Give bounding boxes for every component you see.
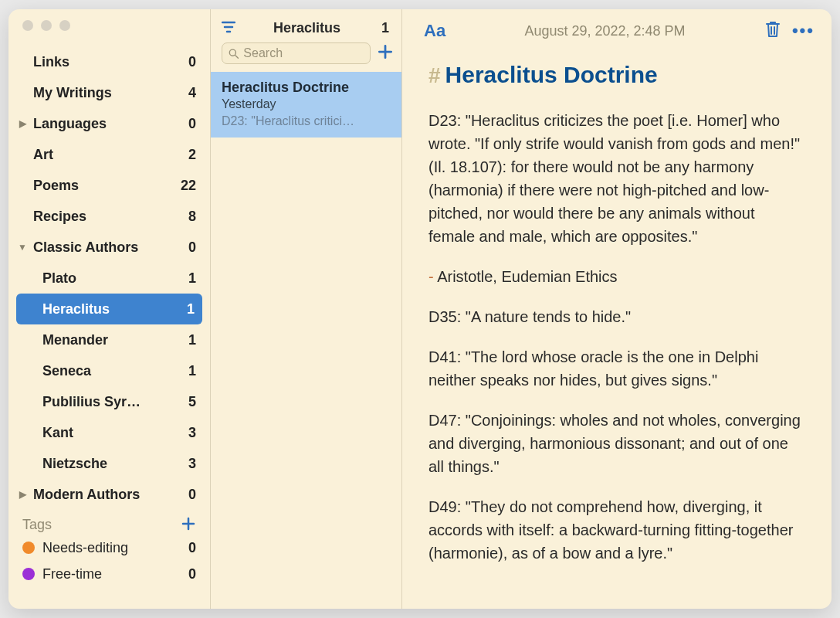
sidebar-item-count: 1 — [179, 332, 196, 348]
svg-point-0 — [229, 49, 235, 56]
note-list-pane: Heraclitus 1 Heraclitus DoctrineYesterda… — [211, 9, 402, 609]
sidebar-item-poems[interactable]: Poems22 — [8, 170, 210, 201]
sidebar-item-count: 1 — [179, 270, 196, 287]
plus-icon — [181, 516, 196, 531]
tags-header: Tags — [8, 510, 210, 535]
note-paragraph: - Aristotle, Eudemian Ethics — [428, 265, 805, 288]
sidebar-item-label: Seneca — [42, 363, 179, 379]
add-note-button[interactable] — [377, 43, 394, 63]
sidebar-item-label: Languages — [29, 116, 179, 132]
sidebar-item-label: Poems — [29, 178, 179, 194]
search-input-wrapper[interactable] — [222, 42, 371, 64]
note-paragraph: D47: "Conjoinings: wholes and not wholes… — [428, 409, 805, 478]
sidebar-item-classic-authors[interactable]: ▼Classic Authors0 — [8, 232, 210, 263]
add-tag-button[interactable] — [181, 514, 196, 535]
sidebar-item-count: 5 — [179, 394, 196, 410]
sidebar-item-count: 0 — [179, 487, 196, 503]
heading-hash-icon: # — [428, 63, 441, 87]
window-controls — [22, 20, 70, 31]
sidebar-item-label: Heraclitus — [42, 301, 178, 317]
sidebar-item-languages[interactable]: ▶Languages0 — [8, 108, 210, 139]
tag-color-icon — [22, 542, 35, 554]
sidebar-item-count: 1 — [178, 301, 195, 317]
search-input[interactable] — [243, 46, 364, 60]
sidebar-item-count: 3 — [179, 456, 196, 472]
note-item-date: Yesterday — [222, 97, 391, 111]
sidebar-item-count: 3 — [179, 425, 196, 441]
note-date: August 29, 2022, 2:48 PM — [456, 23, 754, 39]
minimize-window-button[interactable] — [41, 20, 52, 31]
sidebar: Links0My Writings4▶Languages0Art2Poems22… — [8, 9, 211, 609]
search-icon — [229, 48, 239, 59]
more-actions-button[interactable]: ••• — [792, 21, 815, 41]
sidebar-item-count: 8 — [179, 209, 196, 225]
sidebar-item-art[interactable]: Art2 — [8, 139, 210, 170]
sidebar-item-label: Menander — [42, 332, 179, 348]
sidebar-item-label: Kant — [42, 425, 179, 441]
tag-item-needs-editing[interactable]: Needs-editing0 — [8, 535, 210, 561]
sidebar-item-count: 4 — [179, 85, 196, 101]
sidebar-item-kant[interactable]: Kant3 — [8, 417, 210, 448]
note-item-preview: D23: "Heraclitus critici… — [222, 114, 391, 128]
chevron-down-icon[interactable]: ▼ — [16, 242, 29, 253]
sidebar-item-modern-authors[interactable]: ▶Modern Authors0 — [8, 479, 210, 510]
tag-count: 0 — [188, 540, 196, 556]
note-list-item[interactable]: Heraclitus DoctrineYesterdayD23: "Heracl… — [211, 72, 401, 138]
sidebar-item-seneca[interactable]: Seneca1 — [8, 355, 210, 386]
note-list-count: 1 — [378, 20, 389, 36]
sidebar-item-heraclitus[interactable]: Heraclitus1 — [16, 294, 202, 324]
chevron-right-icon[interactable]: ▶ — [16, 489, 29, 500]
close-window-button[interactable] — [22, 20, 33, 31]
note-title-heading: #Heraclitus Doctrine — [428, 57, 805, 92]
text-style-button[interactable]: Aa — [424, 21, 445, 41]
tags-header-label: Tags — [22, 517, 52, 533]
sidebar-item-plato[interactable]: Plato1 — [8, 263, 210, 294]
sidebar-item-count: 0 — [179, 239, 196, 256]
sidebar-item-label: Links — [29, 54, 179, 70]
sidebar-item-count: 2 — [179, 147, 196, 163]
sidebar-item-count: 1 — [179, 363, 196, 379]
sidebar-item-label: Art — [29, 147, 179, 163]
sidebar-item-label: Nietzsche — [42, 456, 179, 472]
sidebar-item-my-writings[interactable]: My Writings4 — [8, 77, 210, 108]
note-paragraph: D35: "A nature tends to hide." — [428, 305, 805, 328]
sidebar-item-count: 0 — [179, 54, 196, 70]
sidebar-item-count: 22 — [179, 178, 196, 194]
sidebar-item-label: Classic Authors — [29, 239, 179, 256]
delete-note-button[interactable] — [764, 20, 781, 42]
tag-label: Needs-editing — [42, 540, 188, 556]
note-paragraph: D49: "They do not comprehend how, diverg… — [428, 495, 805, 565]
note-paragraph: D23: "Heraclitus criticizes the poet [i.… — [428, 109, 805, 248]
tag-label: Free-time — [42, 566, 188, 582]
app-window: Links0My Writings4▶Languages0Art2Poems22… — [8, 9, 832, 609]
filter-icon[interactable] — [222, 21, 235, 36]
tag-item-free-time[interactable]: Free-time0 — [8, 561, 210, 587]
plus-icon — [377, 43, 394, 60]
sidebar-item-links[interactable]: Links0 — [8, 46, 210, 77]
chevron-right-icon[interactable]: ▶ — [16, 118, 29, 129]
sidebar-item-label: Recipes — [29, 209, 179, 225]
sidebar-item-label: Publilius Syr… — [42, 394, 179, 410]
zoom-window-button[interactable] — [59, 20, 70, 31]
note-item-title: Heraclitus Doctrine — [222, 80, 391, 96]
sidebar-item-label: Plato — [42, 270, 179, 287]
sidebar-item-publilius-syr-[interactable]: Publilius Syr…5 — [8, 386, 210, 417]
note-list-title: Heraclitus — [243, 20, 371, 36]
note-paragraph: D41: "The lord whose oracle is the one i… — [428, 345, 805, 392]
trash-icon — [764, 20, 781, 39]
editor-pane: Aa August 29, 2022, 2:48 PM ••• #Heracli… — [402, 9, 832, 609]
bullet-dash-icon: - — [428, 268, 437, 285]
editor-body[interactable]: #Heraclitus Doctrine D23: "Heraclitus cr… — [402, 46, 832, 600]
sidebar-item-label: My Writings — [29, 85, 179, 101]
tag-count: 0 — [188, 566, 196, 582]
sidebar-item-menander[interactable]: Menander1 — [8, 324, 210, 355]
tag-color-icon — [22, 568, 35, 580]
sidebar-item-label: Modern Authors — [29, 487, 179, 503]
sidebar-item-nietzsche[interactable]: Nietzsche3 — [8, 448, 210, 479]
sidebar-item-count: 0 — [179, 116, 196, 132]
sidebar-item-recipes[interactable]: Recipes8 — [8, 201, 210, 232]
note-title-text: Heraclitus Doctrine — [445, 62, 658, 87]
